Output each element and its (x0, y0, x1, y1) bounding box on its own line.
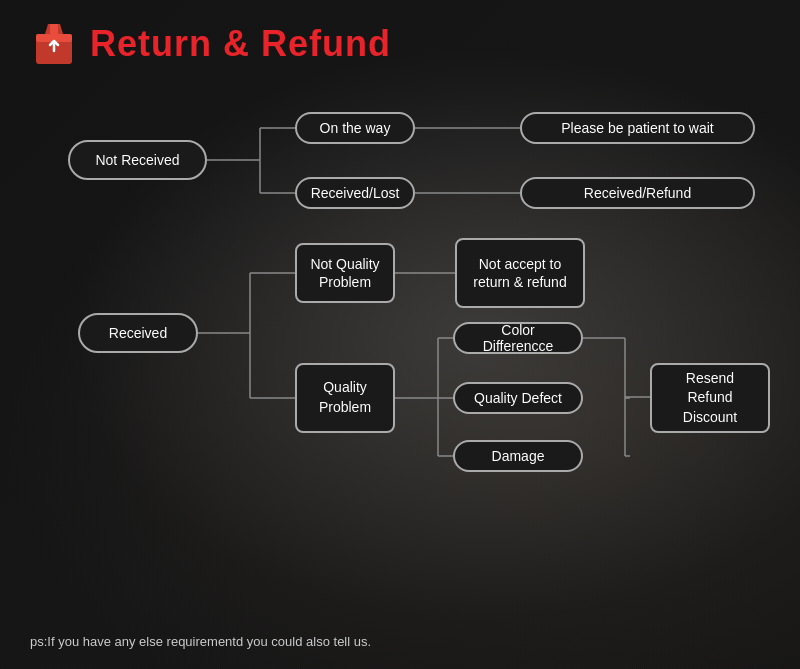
header: Return & Refund (30, 20, 770, 68)
return-box-icon (30, 20, 78, 68)
not-quality-problem-node: Not Quality Problem (295, 243, 395, 303)
on-the-way-node: On the way (295, 112, 415, 144)
received-refund-node: Received/Refund (520, 177, 755, 209)
quality-problem-node: Quality Problem (295, 363, 395, 433)
please-wait-node: Please be patient to wait (520, 112, 755, 144)
not-received-node: Not Received (68, 140, 207, 180)
page-title: Return & Refund (90, 23, 391, 65)
quality-defect-node: Quality Defect (453, 382, 583, 414)
resend-refund-node: Resend Refund Discount (650, 363, 770, 433)
color-difference-node: Color Differencce (453, 322, 583, 354)
received-node: Received (78, 313, 198, 353)
not-accept-node: Not accept to return & refund (455, 238, 585, 308)
diagram: Not Received On the way Please be patien… (30, 98, 770, 608)
main-container: Return & Refund (0, 0, 800, 669)
received-lost-node: Received/Lost (295, 177, 415, 209)
footer-note: ps:If you have any else requirementd you… (30, 634, 371, 649)
svg-rect-2 (50, 24, 58, 34)
damage-node: Damage (453, 440, 583, 472)
